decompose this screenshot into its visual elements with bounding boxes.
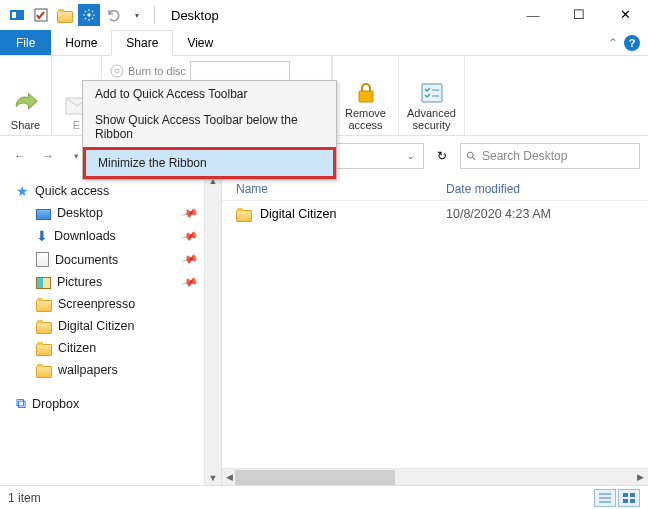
scroll-down-icon[interactable]: ▼ — [209, 473, 218, 483]
share-button[interactable]: Share — [11, 89, 40, 131]
help-icon[interactable]: ? — [624, 35, 640, 51]
refresh-button[interactable]: ↻ — [428, 143, 456, 169]
ribbon-tabs: File Home Share View ⌃ ? — [0, 30, 648, 56]
file-list: Name Date modified Digital Citizen 10/8/… — [222, 174, 648, 485]
pin-icon: 📌 — [181, 204, 200, 222]
view-details-button[interactable] — [594, 489, 616, 507]
address-dropdown-icon[interactable]: ⌄ — [403, 151, 419, 161]
folder-icon — [36, 344, 52, 356]
minimize-button[interactable]: — — [510, 0, 556, 30]
svg-point-6 — [115, 69, 119, 73]
quick-access-toolbar: ▾ — [6, 4, 148, 26]
folder-icon — [36, 322, 52, 334]
pin-icon: 📌 — [181, 273, 200, 291]
qat-folder-icon[interactable] — [54, 4, 76, 26]
scroll-left-icon[interactable]: ◀ — [222, 472, 233, 482]
tab-home[interactable]: Home — [51, 30, 111, 55]
sidebar-dropbox[interactable]: ⧉ Dropbox — [0, 391, 221, 416]
window-title: Desktop — [171, 8, 219, 23]
monitor-icon — [36, 209, 51, 220]
qat-settings-icon[interactable] — [78, 4, 100, 26]
share-arrow-icon — [11, 89, 39, 117]
folder-icon — [36, 366, 52, 378]
column-name[interactable]: Name — [236, 182, 446, 196]
qat-undo-icon[interactable] — [102, 4, 124, 26]
svg-rect-1 — [12, 12, 16, 18]
remove-access-button[interactable]: Removeaccess — [345, 81, 386, 131]
svg-rect-10 — [630, 493, 635, 497]
scroll-right-icon[interactable]: ▶ — [637, 472, 648, 482]
document-icon — [36, 252, 49, 267]
navigation-pane: ★ Quick access Desktop📌 ⬇Downloads📌 Docu… — [0, 174, 222, 485]
content-h-scrollbar[interactable]: ◀ ▶ — [222, 468, 648, 485]
tab-view[interactable]: View — [173, 30, 227, 55]
ctx-show-qat-below[interactable]: Show Quick Access Toolbar below the Ribb… — [83, 107, 336, 147]
search-box[interactable]: ⚲ Search Desktop — [460, 143, 640, 169]
svg-point-5 — [111, 65, 123, 77]
pin-icon: 📌 — [181, 250, 200, 268]
sidebar-item-documents[interactable]: Documents📌 — [0, 248, 221, 271]
title-bar: ▾ Desktop — ☐ ✕ — [0, 0, 648, 30]
lock-icon — [354, 81, 378, 105]
item-count: 1 item — [8, 491, 41, 505]
scroll-thumb[interactable] — [235, 470, 395, 485]
sidebar-scrollbar[interactable]: ▲ ▼ — [204, 174, 221, 485]
ctx-add-to-qat[interactable]: Add to Quick Access Toolbar — [83, 81, 336, 107]
maximize-button[interactable]: ☐ — [556, 0, 602, 30]
tab-file[interactable]: File — [0, 30, 51, 55]
status-bar: 1 item — [0, 485, 648, 509]
qat-dropdown-icon[interactable]: ▾ — [126, 4, 148, 26]
ribbon-collapse-icon[interactable]: ⌃ — [608, 36, 618, 50]
view-icons-button[interactable] — [618, 489, 640, 507]
list-item[interactable]: Digital Citizen 10/8/2020 4:23 AM — [222, 201, 648, 227]
advanced-security-button[interactable]: Advancedsecurity — [407, 81, 456, 131]
sidebar-item-downloads[interactable]: ⬇Downloads📌 — [0, 224, 221, 248]
ctx-minimize-ribbon[interactable]: Minimize the Ribbon — [86, 150, 333, 176]
sidebar-item-pictures[interactable]: Pictures📌 — [0, 271, 221, 293]
svg-rect-11 — [623, 499, 628, 503]
svg-rect-8 — [422, 84, 442, 102]
close-button[interactable]: ✕ — [602, 0, 648, 30]
forward-button: → — [36, 144, 60, 168]
pin-icon: 📌 — [181, 227, 200, 245]
svg-rect-7 — [359, 91, 373, 102]
qat-app-icon[interactable] — [6, 4, 28, 26]
folder-icon — [236, 210, 252, 222]
sidebar-quick-access[interactable]: ★ Quick access — [0, 180, 221, 202]
qat-properties-icon[interactable] — [30, 4, 52, 26]
sidebar-item-desktop[interactable]: Desktop📌 — [0, 202, 221, 224]
column-date-modified[interactable]: Date modified — [446, 182, 520, 196]
svg-rect-9 — [623, 493, 628, 497]
burn-disc-dropdown — [190, 61, 290, 81]
sidebar-item-wallpapers[interactable]: wallpapers — [0, 359, 221, 381]
search-icon: ⚲ — [463, 148, 479, 164]
sidebar-item-screenpresso[interactable]: Screenpresso — [0, 293, 221, 315]
dropbox-icon: ⧉ — [16, 395, 26, 412]
download-icon: ⬇ — [36, 228, 48, 244]
svg-point-3 — [87, 13, 91, 17]
disc-icon — [110, 64, 124, 78]
burn-to-disc: Burn to disc — [110, 60, 290, 82]
star-icon: ★ — [16, 184, 29, 198]
checklist-icon — [420, 81, 444, 105]
sidebar-item-citizen[interactable]: Citizen — [0, 337, 221, 359]
svg-rect-12 — [630, 499, 635, 503]
folder-icon — [36, 300, 52, 312]
sidebar-item-digital-citizen[interactable]: Digital Citizen — [0, 315, 221, 337]
context-menu: Add to Quick Access Toolbar Show Quick A… — [82, 80, 337, 180]
pictures-icon — [36, 277, 51, 289]
tab-share[interactable]: Share — [111, 30, 173, 56]
back-button[interactable]: ← — [8, 144, 32, 168]
